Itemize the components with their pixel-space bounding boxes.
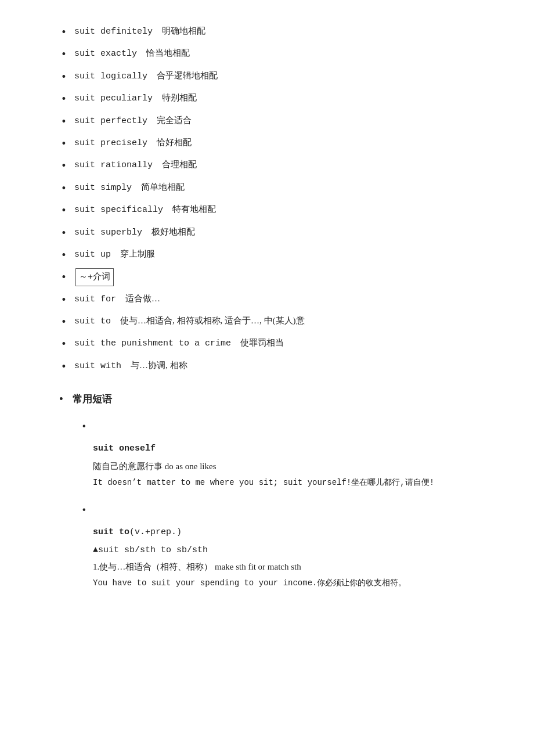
phrase-text: suit definitely bbox=[74, 24, 153, 39]
phrase-text: suit superbly bbox=[74, 225, 142, 240]
phrase-block-suffix: (v.+prep.) bbox=[129, 527, 182, 537]
phrase-blocks-container: •suit oneself随自己的意愿行事 do as one likesIt … bbox=[58, 419, 499, 591]
phrase-entry: suit precisely 恰好相配 bbox=[74, 135, 192, 151]
bullet-dot: • bbox=[58, 113, 70, 131]
phrase-entry: suit peculiarly 特别相配 bbox=[74, 90, 197, 106]
list-item: • suit perfectly 完全适合 bbox=[58, 113, 499, 131]
adverb-phrases-list: • suit definitely 明确地相配 • suit exactly 恰… bbox=[58, 23, 499, 265]
phrase-text: suit simply bbox=[74, 180, 132, 196]
bullet-dot: • bbox=[58, 291, 70, 309]
translation-text: 合乎逻辑地相配 bbox=[157, 68, 218, 84]
list-item: • suit definitely 明确地相配 bbox=[58, 23, 499, 42]
list-item: • suit simply 简单地相配 bbox=[58, 179, 499, 198]
phrase-text: suit for bbox=[74, 291, 116, 307]
bullet-dot: • bbox=[58, 179, 70, 198]
bullet-dot: • bbox=[58, 68, 70, 87]
phrase-text: suit with bbox=[74, 358, 121, 374]
translation-text: 恰好相配 bbox=[157, 135, 192, 150]
translation-text: 适合做… bbox=[125, 291, 160, 307]
preposition-header-label: ～+介词 bbox=[75, 268, 114, 286]
phrase-entry: suit up 穿上制服 bbox=[74, 246, 155, 262]
phrase-desc-zh: 随自己的意愿行事 do as one likes bbox=[93, 459, 499, 474]
phrase-entry: suit superbly 极好地相配 bbox=[74, 224, 195, 240]
bullet-dot: • bbox=[58, 358, 70, 376]
list-item: • suit to 使与…相适合, 相符或相称, 适合于…, 中(某人)意 bbox=[58, 313, 499, 332]
phrase-text: suit perfectly bbox=[74, 113, 147, 129]
phrase-desc-zh: 1.使与…相适合（相符、相称） make sth fit or match st… bbox=[93, 559, 499, 575]
bullet-dot: • bbox=[58, 268, 70, 287]
phrase-example: It doesn’t matter to me where you sit; s… bbox=[93, 476, 499, 490]
phrase-entry: suit logically 合乎逻辑地相配 bbox=[74, 68, 218, 84]
common-phrases-section-header: • 常用短语 bbox=[58, 390, 499, 409]
phrase-text: suit exactly bbox=[74, 46, 137, 62]
phrase-block-suit_oneself: suit oneself随自己的意愿行事 do as one likesIt d… bbox=[93, 441, 499, 490]
phrase-text: suit the punishment to a crime bbox=[74, 336, 231, 351]
phrase-sub-entry: ▲suit sb/sth to sb/sth bbox=[93, 542, 499, 558]
translation-text: 简单地相配 bbox=[141, 179, 185, 195]
preposition-section: • ～+介词 • suit for 适合做… • suit to 使与…相适合,… bbox=[58, 268, 499, 376]
phrase-entry: suit definitely 明确地相配 bbox=[74, 23, 205, 39]
bullet-dot: • bbox=[58, 157, 70, 175]
phrase-entry: suit with 与…协调, 相称 bbox=[74, 358, 187, 374]
translation-text: 穿上制服 bbox=[120, 246, 155, 262]
bullet-dot: • bbox=[58, 135, 70, 153]
translation-text: 与…协调, 相称 bbox=[131, 358, 187, 373]
preposition-header-item: • ～+介词 bbox=[58, 268, 499, 287]
list-item: • suit for 适合做… bbox=[58, 291, 499, 309]
phrase-block-title: suit to(v.+prep.) bbox=[93, 524, 499, 540]
bullet-dot: • bbox=[58, 90, 70, 109]
bullet-dot: • bbox=[58, 313, 70, 332]
translation-text: 恰当地相配 bbox=[146, 45, 190, 61]
small-bullet-item: • bbox=[58, 502, 499, 519]
bullet-dot: • bbox=[58, 45, 70, 64]
translation-text: 使与…相适合, 相符或相称, 适合于…, 中(某人)意 bbox=[120, 313, 305, 329]
phrase-entry: suit the punishment to a crime 使罪罚相当 bbox=[74, 335, 284, 351]
bullet-dot: • bbox=[58, 23, 70, 42]
phrase-text: suit specifically bbox=[74, 202, 163, 218]
phrase-example: You have to suit your spending to your i… bbox=[93, 576, 499, 591]
list-item: • suit exactly 恰当地相配 bbox=[58, 45, 499, 64]
section-bullet-dot: • bbox=[58, 390, 64, 409]
list-item: • suit rationally 合理相配 bbox=[58, 157, 499, 175]
translation-text: 完全适合 bbox=[157, 113, 192, 128]
list-item: • suit up 穿上制服 bbox=[58, 246, 499, 265]
phrase-entry: suit rationally 合理相配 bbox=[74, 157, 197, 173]
list-item: • suit logically 合乎逻辑地相配 bbox=[58, 68, 499, 87]
phrase-entry: suit simply 简单地相配 bbox=[74, 179, 185, 196]
phrase-entry: suit to 使与…相适合, 相符或相称, 适合于…, 中(某人)意 bbox=[74, 313, 305, 329]
translation-text: 明确地相配 bbox=[162, 23, 205, 39]
phrase-text: suit peculiarly bbox=[74, 91, 153, 106]
phrase-entry: suit specifically 特有地相配 bbox=[74, 201, 216, 218]
translation-text: 特别相配 bbox=[162, 90, 197, 106]
common-phrases-title: 常用短语 bbox=[73, 391, 112, 409]
small-bullet-item: • bbox=[58, 419, 499, 435]
bullet-dot: • bbox=[58, 335, 70, 354]
small-bullet-dot: • bbox=[81, 419, 93, 435]
list-item: • suit superbly 极好地相配 bbox=[58, 224, 499, 243]
bullet-dot: • bbox=[58, 224, 70, 243]
translation-text: 极好地相配 bbox=[151, 224, 195, 240]
bullet-dot: • bbox=[58, 201, 70, 220]
phrase-text: suit to bbox=[74, 314, 111, 329]
list-item: • suit the punishment to a crime 使罪罚相当 bbox=[58, 335, 499, 354]
list-item: • suit peculiarly 特别相配 bbox=[58, 90, 499, 109]
phrase-block-title: suit oneself bbox=[93, 441, 499, 456]
phrase-entry: suit for 适合做… bbox=[74, 291, 160, 307]
list-item: • suit with 与…协调, 相称 bbox=[58, 358, 499, 376]
bullet-dot: • bbox=[58, 246, 70, 265]
phrase-block-suit_to: suit to(v.+prep.)▲suit sb/sth to sb/sth1… bbox=[93, 524, 499, 591]
phrase-entry: suit exactly 恰当地相配 bbox=[74, 45, 190, 62]
list-item: • suit specifically 特有地相配 bbox=[58, 201, 499, 220]
phrase-text: suit logically bbox=[74, 69, 147, 84]
phrase-text: suit up bbox=[74, 247, 111, 262]
translation-text: 使罪罚相当 bbox=[240, 335, 284, 351]
translation-text: 特有地相配 bbox=[172, 201, 216, 217]
small-bullet-dot: • bbox=[81, 502, 93, 519]
phrase-text: suit rationally bbox=[74, 157, 153, 173]
list-item: • suit precisely 恰好相配 bbox=[58, 135, 499, 153]
phrase-text: suit precisely bbox=[74, 135, 147, 151]
phrase-entry: suit perfectly 完全适合 bbox=[74, 113, 192, 129]
translation-text: 合理相配 bbox=[162, 157, 197, 172]
